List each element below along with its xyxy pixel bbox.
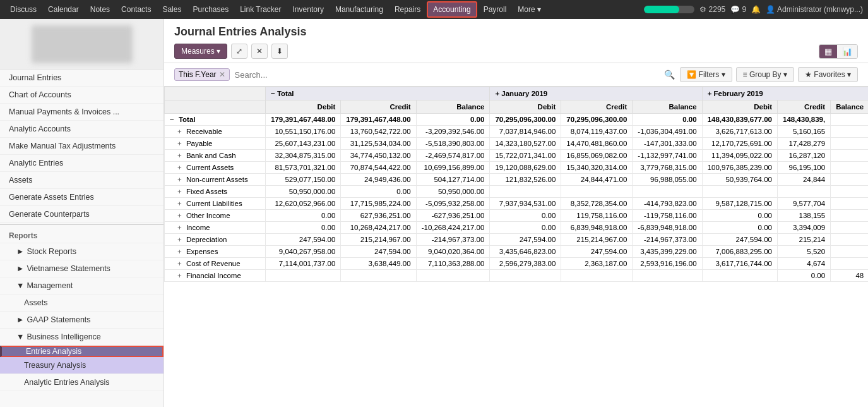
col-feb-credit: Credit	[777, 100, 830, 114]
col-header-feb2019: + February 2019	[702, 87, 868, 100]
cell-value: 70,295,096,300.00	[561, 114, 633, 126]
cell-value: 148,430,839,677.00	[702, 114, 777, 126]
table-row: + Current Liabilities 12,620,052,966.00 …	[165, 198, 869, 210]
sidebar-item-vietnamese-statements[interactable]: ►Vietnamese Statements	[0, 260, 163, 277]
table-row: + Other Income 0.00 627,936,251.00 -627,…	[165, 210, 869, 222]
row-label: + Fixed Assets	[165, 186, 266, 198]
table-row: + Non-current Assets 529,077,150.00 24,9…	[165, 174, 869, 186]
nav-calendar[interactable]: Calendar	[43, 3, 84, 16]
row-label: + Current Liabilities	[165, 198, 266, 210]
col-header-label	[165, 87, 266, 100]
col-jan-credit: Credit	[561, 100, 633, 114]
cell-value: 179,391,467,448.00	[341, 114, 416, 126]
sidebar-logo	[0, 19, 163, 70]
sidebar: Journal Entries Chart of Accounts Manual…	[0, 19, 164, 407]
row-label: + Current Assets	[165, 162, 266, 174]
sidebar-item-analytic-entries[interactable]: Analytic Entries	[0, 155, 163, 172]
content-area: Journal Entries Analysis Measures ▾ ⤢ ✕ …	[164, 19, 868, 407]
table-row: + Fixed Assets 50,950,000.00 0.00 50,950…	[165, 186, 869, 198]
groupby-button[interactable]: ≡ Group By ▾	[736, 67, 794, 82]
filter-label: This F.Year	[179, 70, 217, 79]
row-label: + Payable	[165, 138, 266, 150]
sidebar-item-manual-payments[interactable]: Manual Payments & Invoices ...	[0, 104, 163, 121]
measures-button[interactable]: Measures ▾	[174, 44, 227, 59]
col-feb-balance: Balance	[831, 100, 868, 114]
view-table-button[interactable]: ▦	[819, 45, 837, 58]
col-total-balance: Balance	[416, 100, 490, 114]
table-row: − Total 179,391,467,448.00 179,391,467,4…	[165, 114, 869, 126]
sidebar-section-main: Journal Entries Chart of Accounts Manual…	[0, 70, 163, 391]
sidebar-item-generate-assets[interactable]: Generate Assets Entries	[0, 189, 163, 206]
table-area: − Total + January 2019 + February 2019 +…	[164, 87, 868, 407]
nav-payroll[interactable]: Payroll	[479, 3, 512, 16]
nav-notes[interactable]: Notes	[85, 3, 115, 16]
nav-accounting[interactable]: Accounting	[427, 1, 477, 18]
toolbar: Measures ▾ ⤢ ✕ ⬇ ▦ 📊	[174, 44, 858, 59]
counter-messages: 💬 9	[730, 5, 746, 14]
nav-sales[interactable]: Sales	[157, 3, 186, 16]
filters-button[interactable]: 🔽 Filters ▾	[680, 67, 732, 82]
row-label: + Cost of Revenue	[165, 258, 266, 270]
row-label: + Income	[165, 222, 266, 234]
col-total-debit: Debit	[266, 100, 341, 114]
sidebar-item-analytic-accounts[interactable]: Analytic Accounts	[0, 121, 163, 138]
sidebar-item-analytic-entries-analysis[interactable]: Analytic Entries Analysis	[0, 374, 163, 391]
col-jan-debit: Debit	[490, 100, 561, 114]
search-input[interactable]	[235, 70, 660, 80]
sidebar-item-manual-tax[interactable]: Make Manual Tax Adjustments	[0, 138, 163, 155]
sidebar-item-assets[interactable]: Assets	[0, 172, 163, 189]
sidebar-item-entries-analysis[interactable]: Entries Analysis	[0, 346, 163, 357]
row-label: + Financial Income	[165, 270, 266, 282]
nav-manufacturing[interactable]: Manufacturing	[330, 3, 388, 16]
page-title: Journal Entries Analysis	[174, 25, 858, 39]
download-button[interactable]: ⬇	[271, 44, 288, 59]
table-row: + Cost of Revenue 7,114,001,737.00 3,638…	[165, 258, 869, 270]
user-menu[interactable]: 👤 Administrator (mknwyp...)	[766, 5, 863, 14]
sidebar-item-treasury-analysis[interactable]: Treasury Analysis	[0, 357, 163, 374]
sidebar-item-management-assets[interactable]: Assets	[0, 295, 163, 312]
bell-icon[interactable]: 🔔	[751, 5, 761, 14]
content-header: Journal Entries Analysis Measures ▾ ⤢ ✕ …	[164, 19, 868, 63]
col-sub-label	[165, 100, 266, 114]
cell-value: 0.00	[416, 114, 490, 126]
expand-button[interactable]: ⤢	[231, 44, 247, 59]
progress-bar	[644, 6, 694, 13]
cell-value: 0.00	[633, 114, 702, 126]
nav-purchases[interactable]: Purchases	[187, 3, 234, 16]
nav-contacts[interactable]: Contacts	[116, 3, 156, 16]
favorites-button[interactable]: ★ Favorites ▾	[798, 67, 858, 82]
cell-value: 179,391,467,448.00	[266, 114, 341, 126]
nav-more[interactable]: More ▾	[513, 3, 546, 16]
sidebar-item-management[interactable]: ▼Management	[0, 277, 163, 295]
row-label: + Receivable	[165, 126, 266, 138]
row-label: + Other Income	[165, 210, 266, 222]
expand-icon[interactable]: −	[170, 116, 174, 123]
counter-users: ⚙ 2295	[699, 5, 725, 14]
col-jan-balance: Balance	[633, 100, 702, 114]
table-row: + Income 0.00 10,268,424,217.00 -10,268,…	[165, 222, 869, 234]
filter-remove-icon[interactable]: ✕	[219, 70, 225, 79]
table-row: + Current Assets 81,573,701,321.00 70,87…	[165, 162, 869, 174]
filter-tag-fiscal-year[interactable]: This F.Year ✕	[174, 68, 230, 81]
close-button[interactable]: ✕	[251, 44, 268, 59]
sidebar-item-journal-entries[interactable]: Journal Entries	[0, 70, 163, 87]
top-navigation: Discuss Calendar Notes Contacts Sales Pu…	[0, 0, 868, 19]
nav-repairs[interactable]: Repairs	[389, 3, 425, 16]
sidebar-item-chart-accounts[interactable]: Chart of Accounts	[0, 87, 163, 104]
sidebar-item-stock-reports[interactable]: ►Stock Reports	[0, 243, 163, 260]
nav-inventory[interactable]: Inventory	[288, 3, 329, 16]
analysis-table: − Total + January 2019 + February 2019 +…	[164, 87, 868, 282]
nav-discuss[interactable]: Discuss	[5, 3, 42, 16]
nav-link-tracker[interactable]: Link Tracker	[235, 3, 286, 16]
search-bar: This F.Year ✕ 🔍 🔽 Filters ▾ ≡ Group By ▾…	[164, 63, 868, 87]
sidebar-item-generate-counterparts[interactable]: Generate Counterparts	[0, 206, 163, 223]
sidebar-item-gaap[interactable]: ►GAAP Statements	[0, 312, 163, 329]
table-row: + Receivable 10,551,150,176.00 13,760,54…	[165, 126, 869, 138]
sidebar-item-business-intelligence[interactable]: ▼Business Intelligence	[0, 329, 163, 346]
table-row: + Depreciation 247,594.00 215,214,967.00…	[165, 234, 869, 246]
row-label: + Expenses	[165, 246, 266, 258]
cell-value: 148,430,839,	[777, 114, 830, 126]
row-label: + Bank and Cash	[165, 150, 266, 162]
view-chart-button[interactable]: 📊	[837, 45, 857, 58]
search-icon-button[interactable]: 🔍	[664, 70, 675, 80]
